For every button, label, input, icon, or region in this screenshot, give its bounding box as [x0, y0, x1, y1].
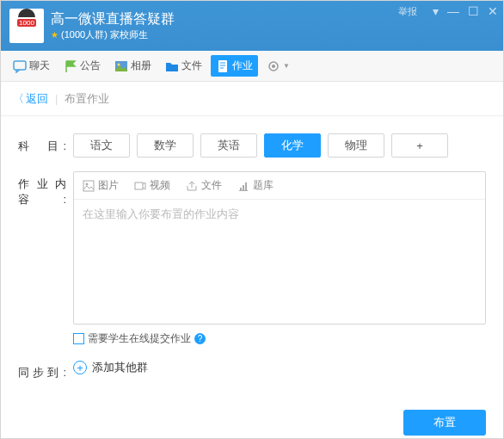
tab-notice-label: 公告	[80, 59, 101, 73]
image-icon	[114, 59, 128, 73]
tab-chat[interactable]: 聊天	[8, 55, 55, 77]
tab-album-label: 相册	[131, 59, 151, 73]
star-icon: ★	[51, 30, 58, 40]
svg-rect-15	[245, 182, 247, 190]
flag-icon	[64, 59, 77, 73]
sync-label: 同步到	[18, 360, 73, 380]
svg-point-10	[86, 182, 89, 185]
gear-icon	[267, 59, 280, 73]
tab-homework-label: 作业	[232, 59, 253, 73]
chat-icon	[13, 59, 27, 73]
breadcrumb-current: 布置作业	[65, 91, 109, 107]
subject-label: 科 目	[18, 133, 73, 154]
chevron-down-icon: ▼	[283, 62, 290, 70]
group-type: 家校师生	[110, 28, 148, 41]
svg-rect-9	[83, 181, 94, 191]
tab-notice[interactable]: 公告	[58, 55, 106, 77]
editor-toolbar: 图片 视频 文件 题库	[74, 172, 485, 200]
homework-form: 科 目 语文数学英语化学物理+ 作业内容 图片 视频 文件 题库 需要学生在线提…	[1, 116, 503, 403]
window-header: 1000 高一微课直播答疑群 ★ (1000人群) 家校师生 举报 ▾ — ☐ …	[1, 1, 503, 51]
question-bank-button[interactable]: 题库	[237, 178, 274, 193]
help-icon[interactable]: ?	[194, 333, 206, 344]
report-link[interactable]: 举报	[398, 5, 417, 18]
insert-file-button[interactable]: 文件	[186, 178, 222, 193]
content-label: 作业内容	[18, 171, 73, 207]
content-editor: 图片 视频 文件 题库	[73, 171, 486, 325]
subject-物理[interactable]: 物理	[328, 133, 384, 158]
group-subtitle: ★ (1000人群) 家校师生	[51, 28, 495, 41]
form-footer: 布置	[1, 403, 503, 439]
require-submit-label: 需要学生在线提交作业	[88, 331, 191, 346]
close-button[interactable]: ✕	[488, 4, 498, 18]
subject-+[interactable]: +	[391, 133, 448, 158]
tab-homework[interactable]: 作业	[211, 55, 258, 77]
homework-icon	[216, 59, 230, 73]
submit-button[interactable]: 布置	[403, 410, 486, 436]
tab-file-label: 文件	[181, 59, 202, 73]
tab-chat-label: 聊天	[29, 59, 50, 73]
svg-point-8	[272, 65, 275, 68]
back-label: 返回	[26, 91, 48, 107]
insert-video-button[interactable]: 视频	[134, 178, 170, 193]
member-count: (1000人群)	[61, 28, 108, 41]
tab-album[interactable]: 相册	[109, 55, 157, 77]
settings-button[interactable]: ▼	[261, 56, 295, 77]
svg-rect-12	[239, 190, 248, 191]
minimize-button[interactable]: —	[447, 4, 459, 18]
breadcrumb: 〈 返回 | 布置作业	[1, 82, 503, 116]
insert-image-button[interactable]: 图片	[83, 178, 119, 193]
dropdown-icon[interactable]: ▾	[433, 4, 439, 18]
maximize-button[interactable]: ☐	[468, 4, 479, 18]
subject-英语[interactable]: 英语	[200, 133, 257, 158]
avatar-badge: 1000	[17, 19, 36, 27]
tab-file[interactable]: 文件	[160, 55, 207, 77]
add-group-button[interactable]: 添加其他群	[92, 360, 148, 375]
svg-rect-14	[243, 185, 244, 190]
svg-rect-0	[14, 61, 26, 70]
chevron-left-icon: 〈	[13, 91, 24, 107]
svg-rect-3	[218, 60, 227, 72]
content-textarea[interactable]	[74, 200, 485, 320]
group-avatar[interactable]: 1000	[9, 9, 44, 43]
svg-rect-13	[240, 188, 242, 190]
main-toolbar: 聊天 公告 相册 文件 作业 ▼	[1, 51, 503, 82]
subject-化学[interactable]: 化学	[264, 133, 321, 158]
require-submit-checkbox[interactable]	[73, 333, 84, 344]
subject-数学[interactable]: 数学	[137, 133, 194, 158]
subject-语文[interactable]: 语文	[73, 133, 130, 158]
subject-list: 语文数学英语化学物理+	[73, 133, 486, 158]
breadcrumb-separator: |	[55, 92, 58, 105]
plus-circle-icon[interactable]: +	[73, 361, 87, 374]
back-button[interactable]: 〈 返回	[13, 91, 48, 107]
svg-rect-11	[135, 182, 143, 189]
folder-icon	[165, 59, 179, 73]
